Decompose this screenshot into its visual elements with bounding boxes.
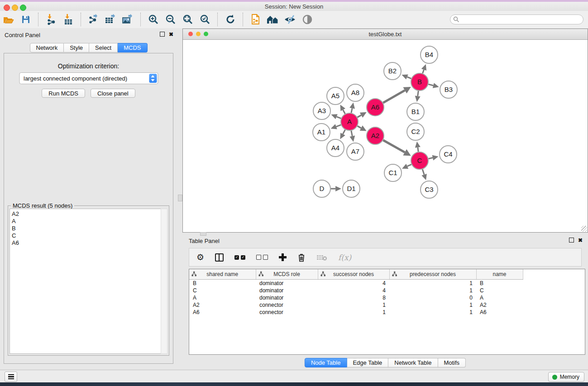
graph-edge[interactable] xyxy=(429,158,433,159)
table-row[interactable]: A6connector11A6 xyxy=(189,309,523,316)
table-cell[interactable]: 8 xyxy=(318,294,389,301)
table-cell[interactable]: A2 xyxy=(476,301,523,309)
graph-node-A5[interactable]: A5 xyxy=(327,87,344,105)
column-header-shared-name[interactable]: shared name xyxy=(189,269,256,280)
graph-edge[interactable] xyxy=(407,164,411,166)
graph-node-A8[interactable]: A8 xyxy=(347,84,364,101)
graph-node-A4[interactable]: A4 xyxy=(327,139,344,157)
graph-node-B2[interactable]: B2 xyxy=(384,62,401,80)
close-panel-icon[interactable]: ✖ xyxy=(169,32,173,37)
table-cell[interactable]: C xyxy=(476,287,523,294)
table-cell[interactable]: 1 xyxy=(389,287,476,294)
graph-node-C2[interactable]: C2 xyxy=(407,123,424,140)
table-cell[interactable]: 1 xyxy=(318,309,389,316)
tab-motifs[interactable]: Motifs xyxy=(438,358,466,367)
graph-node-C1[interactable]: C1 xyxy=(384,164,402,181)
open-session-button[interactable] xyxy=(1,12,16,27)
graph-node-D1[interactable]: D1 xyxy=(343,180,360,197)
column-header-predecessor-nodes[interactable]: predecessor nodes xyxy=(389,269,476,280)
tab-edge-table[interactable]: Edge Table xyxy=(347,358,388,367)
table-cell[interactable]: dominator xyxy=(256,287,318,294)
float-panel-icon[interactable] xyxy=(569,238,574,243)
graph-edge[interactable] xyxy=(357,115,361,117)
table-cell[interactable]: 4 xyxy=(318,287,389,294)
refresh-layout-button[interactable] xyxy=(223,12,238,27)
result-scrollbar[interactable] xyxy=(161,209,167,354)
graph-edge[interactable] xyxy=(418,148,418,152)
column-header-successor-nodes[interactable]: successor nodes xyxy=(318,269,389,280)
table-row[interactable]: Cdominator41C xyxy=(189,287,523,294)
tab-style[interactable]: Style xyxy=(64,43,89,52)
network-titlebar[interactable]: testGlobe.txt xyxy=(183,29,588,40)
zoom-in-button[interactable] xyxy=(146,12,161,27)
table-cell[interactable]: A6 xyxy=(189,309,256,316)
tab-select[interactable]: Select xyxy=(89,43,118,52)
deselect-all-rows-icon[interactable] xyxy=(256,255,268,260)
graph-edge[interactable] xyxy=(351,131,352,136)
delete-column-icon[interactable] xyxy=(297,253,306,262)
import-table-button[interactable] xyxy=(61,12,76,27)
graph-node-A2[interactable]: A2 xyxy=(367,127,384,144)
table-cell[interactable]: 4 xyxy=(318,280,389,287)
import-network-button[interactable] xyxy=(43,12,59,27)
criterion-select[interactable]: largest connected component (directed) xyxy=(19,72,158,84)
graph-edge[interactable] xyxy=(428,84,433,86)
table-cell[interactable]: C xyxy=(189,287,256,294)
table-cell[interactable]: connector xyxy=(256,309,318,316)
mcds-result-item[interactable]: C xyxy=(12,232,161,239)
graph-edge[interactable] xyxy=(422,169,424,175)
mcds-result-item[interactable]: B xyxy=(12,225,161,232)
memory-button[interactable]: Memory xyxy=(548,372,584,382)
zoom-out-button[interactable] xyxy=(163,12,178,27)
table-cell[interactable]: A2 xyxy=(189,301,256,309)
zoom-selected-button[interactable] xyxy=(197,12,213,27)
table-cell[interactable]: 0 xyxy=(389,294,476,301)
close-panel-icon[interactable]: ✖ xyxy=(578,238,583,243)
search-input[interactable] xyxy=(450,14,583,24)
graph-node-B4[interactable]: B4 xyxy=(421,46,438,63)
tab-network-table[interactable]: Network Table xyxy=(388,358,438,367)
table-cell[interactable]: B xyxy=(189,280,256,287)
graph-edge[interactable] xyxy=(418,91,419,96)
table-cell[interactable]: A xyxy=(189,294,256,301)
mcds-result-item[interactable]: A xyxy=(12,218,161,225)
column-header-name[interactable]: name xyxy=(476,269,523,280)
tab-node-table[interactable]: Node Table xyxy=(305,358,347,367)
table-cell[interactable]: A6 xyxy=(476,309,523,316)
graph-edge[interactable] xyxy=(351,108,352,113)
vertical-split-handle[interactable] xyxy=(178,195,182,201)
graph-node-C4[interactable]: C4 xyxy=(440,146,457,163)
graph-node-A[interactable]: A xyxy=(341,113,358,130)
table-cell[interactable]: 1 xyxy=(389,301,476,309)
graph-edge[interactable] xyxy=(343,110,345,114)
graph-node-B1[interactable]: B1 xyxy=(407,103,424,120)
export-table-button[interactable] xyxy=(103,12,119,27)
table-cell[interactable]: connector xyxy=(256,301,318,309)
network-canvas[interactable]: B4B2BB3A5A8A6A3B1AC2A1A2A4A7C4CC1C3DD1 xyxy=(183,40,588,232)
column-header-MCDS-role[interactable]: MCDS role xyxy=(256,269,318,280)
graph-edge[interactable] xyxy=(336,117,341,119)
task-history-button[interactable] xyxy=(5,372,17,382)
add-column-icon[interactable] xyxy=(279,253,287,261)
graph-node-D[interactable]: D xyxy=(313,180,330,197)
table-cell[interactable]: B xyxy=(476,280,523,287)
float-panel-icon[interactable] xyxy=(160,32,165,37)
table-settings-gear-icon[interactable]: ⚙ xyxy=(196,253,204,262)
graph-edge[interactable] xyxy=(407,77,411,79)
table-cell[interactable]: A xyxy=(476,294,523,301)
run-mcds-button[interactable]: Run MCDS xyxy=(42,89,85,98)
graph-edge[interactable] xyxy=(423,70,424,73)
table-cell[interactable]: 1 xyxy=(318,301,389,309)
zoom-fit-button[interactable] xyxy=(180,12,196,27)
graph-edge[interactable] xyxy=(383,140,405,152)
graph-edge[interactable] xyxy=(343,130,345,134)
graph-node-A1[interactable]: A1 xyxy=(313,124,330,141)
select-all-rows-icon[interactable]: ✓✓ xyxy=(234,255,245,260)
hide-details-button[interactable] xyxy=(282,12,298,27)
tab-mcds[interactable]: MCDS xyxy=(118,43,147,52)
graph-node-A6[interactable]: A6 xyxy=(367,99,384,116)
home-button[interactable] xyxy=(265,12,281,27)
new-session-from-doc-button[interactable] xyxy=(248,12,263,27)
close-panel-button[interactable]: Close panel xyxy=(91,89,135,98)
graph-node-B3[interactable]: B3 xyxy=(440,81,457,98)
